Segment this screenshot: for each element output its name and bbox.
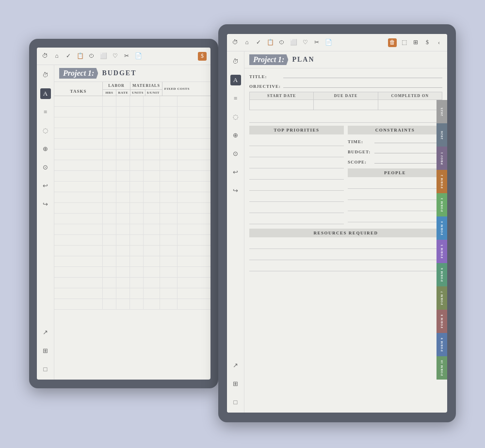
plan-sidebar-page-icon[interactable]: □ [230, 397, 241, 408]
plan-toolbar-clipboard-icon[interactable]: 📋 [266, 38, 275, 47]
priority-line-2[interactable] [249, 148, 344, 157]
plan-sidebar-menu-icon[interactable]: ≡ [230, 93, 241, 104]
sidebar-page-icon[interactable]: □ [40, 364, 51, 375]
toolbar-home-icon[interactable]: ⌂ [52, 52, 61, 61]
budget-label: BUDGET: [348, 149, 374, 154]
col-labor-label: LABOR [103, 82, 130, 90]
tab-form-10[interactable]: FORM 10 [436, 356, 447, 380]
budget-page-type: BUDGET [102, 69, 136, 77]
table-row [54, 107, 210, 117]
sidebar-export-icon[interactable]: ↗ [40, 327, 51, 338]
tab-form-7[interactable]: FORM 7 [436, 286, 447, 310]
resources-line-1[interactable] [249, 239, 442, 249]
tab-form-4[interactable]: FORM 4 [436, 216, 447, 240]
plan-toolbar-home-icon[interactable]: ⌂ [242, 38, 251, 47]
sidebar-zoom-icon[interactable]: ⊙ [40, 162, 51, 173]
resources-header: RESOURCES REQUIRED [249, 229, 442, 237]
due-date-value[interactable] [314, 100, 377, 110]
people-line-3[interactable] [348, 201, 442, 211]
extra-line-1 [249, 113, 442, 123]
plan-toolbar-dollar-icon[interactable]: $ [423, 38, 432, 47]
toolbar-clipboard-icon[interactable]: 📋 [76, 52, 84, 61]
plan-toolbar-doc-icon[interactable]: 📄 [324, 38, 333, 47]
plan-sidebar-export-icon[interactable]: ↗ [230, 360, 241, 371]
objective-input-line[interactable] [283, 81, 442, 88]
sidebar-menu-icon[interactable]: ≡ [40, 107, 51, 117]
people-line-4[interactable] [348, 213, 442, 222]
people-line-1[interactable] [348, 179, 442, 189]
plan-sidebar-redo-icon[interactable]: ↪ [230, 185, 241, 196]
tab-form-5[interactable]: FORM 5 [436, 240, 447, 263]
tab-form-2[interactable]: FORM 2 [436, 170, 447, 193]
plan-toolbar-share-icon[interactable]: ⬚ [400, 38, 408, 47]
scope-input-line[interactable] [374, 157, 442, 164]
toolbar-heart-icon[interactable]: ♡ [111, 52, 119, 61]
sidebar-undo-icon[interactable]: ↩ [40, 181, 51, 191]
plan-sidebar-eraser-icon[interactable]: ◌ [230, 112, 241, 122]
budget-input-line[interactable] [374, 147, 442, 153]
tab-2026[interactable]: 2026 [436, 123, 447, 147]
sidebar-layers-icon[interactable]: ⊞ [40, 346, 51, 356]
plan-sidebar-clock-icon[interactable]: ⏱ [230, 56, 241, 67]
table-row [54, 149, 210, 160]
title-input-line[interactable] [283, 71, 442, 78]
sidebar-eraser-icon[interactable]: ◌ [40, 125, 51, 136]
priority-line-5[interactable] [249, 181, 344, 191]
plan-sidebar-zoom-icon[interactable]: ⊙ [230, 149, 241, 159]
due-date-header: DUE DATE [314, 92, 377, 100]
plan-sidebar-a-icon[interactable]: A [230, 75, 241, 85]
plan-sidebar-layers-icon[interactable]: ⊞ [230, 379, 241, 389]
sidebar-clock-icon[interactable]: ⏱ [40, 70, 51, 81]
tab-form-6[interactable]: FORM 6 [436, 263, 447, 286]
time-label: TIME: [348, 139, 374, 144]
priority-line-1[interactable] [249, 136, 344, 146]
toolbar-scissors-icon[interactable]: ✂ [122, 52, 131, 61]
people-line-2[interactable] [348, 190, 442, 200]
start-date-value[interactable] [250, 100, 313, 110]
resources-line-3[interactable] [249, 262, 442, 271]
completed-date-value[interactable] [378, 100, 442, 110]
toolbar-doc-icon[interactable]: 📄 [134, 52, 143, 61]
plan-toolbar-back-icon[interactable]: ‹ [435, 38, 443, 47]
priority-line-3[interactable] [249, 159, 344, 168]
sidebar-redo-icon[interactable]: ↪ [40, 199, 51, 210]
plan-toolbar-grid-icon[interactable]: ⊞ [411, 38, 420, 47]
toolbar-clock-icon[interactable]: ⏱ [41, 52, 49, 61]
table-row [54, 203, 210, 214]
tab-proj-1[interactable]: PROJ 1 [436, 147, 447, 170]
col-tasks-header: TASKS [54, 82, 103, 96]
priority-line-6[interactable] [249, 192, 344, 202]
tab-form-9[interactable]: FORM 9 [436, 333, 447, 356]
plan-toolbar-timer-icon[interactable]: ⏲ [277, 38, 286, 47]
time-input-line[interactable] [374, 136, 442, 143]
plan-toolbar-clock-icon[interactable]: ⏱ [231, 38, 240, 47]
sidebar-move-icon[interactable]: ⊕ [40, 144, 51, 154]
priority-line-8[interactable] [249, 215, 344, 224]
budget-table-header: TASKS LABOR HRS RATE MATERIALS UNITS [54, 82, 210, 96]
plan-sidebar-move-icon[interactable]: ⊕ [230, 130, 241, 141]
table-row [54, 96, 210, 107]
tab-form-8[interactable]: FORM 8 [436, 310, 447, 333]
sidebar-a-icon[interactable]: A [40, 88, 51, 99]
tab-form-3[interactable]: FORM 3 [436, 193, 447, 216]
toolbar-timer-icon[interactable]: ⏲ [87, 52, 96, 61]
priority-line-7[interactable] [249, 203, 344, 213]
table-row [54, 128, 210, 139]
budget-page-header: Project 1: BUDGET [54, 65, 210, 82]
plan-toolbar-scissors-icon[interactable]: ✂ [312, 38, 321, 47]
resources-line-2[interactable] [249, 250, 442, 260]
priority-line-4[interactable] [249, 170, 344, 180]
plan-toolbar-square-icon[interactable]: ⬜ [289, 38, 298, 47]
plan-toolbar-check-icon[interactable]: ✓ [254, 38, 263, 47]
tab-2025[interactable]: 2025 [436, 100, 447, 123]
table-row [54, 214, 210, 224]
toolbar-dollar-icon[interactable]: $ [198, 52, 207, 61]
priorities-col: TOP PRIORITIES [249, 126, 344, 226]
plan-toolbar-trash-icon[interactable]: 🗑 [388, 38, 397, 47]
title-label: TITLE: [249, 74, 283, 79]
plan-toolbar-heart-icon[interactable]: ♡ [301, 38, 309, 47]
toolbar-check-icon[interactable]: ✓ [64, 52, 73, 61]
completed-date-col: COMPLETED ON [378, 92, 442, 110]
plan-sidebar-undo-icon[interactable]: ↩ [230, 167, 241, 178]
toolbar-square-icon[interactable]: ⬜ [99, 52, 108, 61]
